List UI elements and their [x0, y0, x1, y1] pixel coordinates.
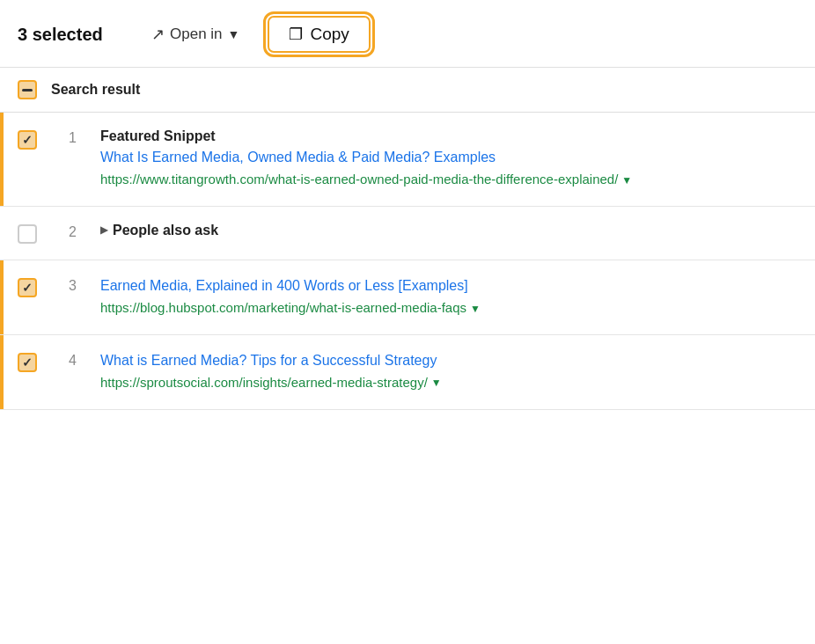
- row-1-link[interactable]: What Is Earned Media, Owned Media & Paid…: [100, 148, 797, 167]
- selected-count: 3 selected: [18, 25, 123, 45]
- row-3-link[interactable]: Earned Media, Explained in 400 Words or …: [100, 276, 797, 296]
- row-4-checkbox[interactable]: [18, 353, 37, 372]
- open-in-label: Open in: [170, 26, 223, 43]
- toolbar: 3 selected ↗ Open in ▼ ❐ Copy: [0, 0, 815, 68]
- row-1-content: Featured Snippet What Is Earned Media, O…: [100, 128, 797, 190]
- row-3-checkbox[interactable]: [18, 278, 37, 297]
- result-rows: 1 Featured Snippet What Is Earned Media,…: [0, 113, 815, 410]
- copy-icon: ❐: [289, 25, 303, 44]
- row-4-link[interactable]: What is Earned Media? Tips for a Success…: [100, 351, 797, 370]
- table-header: Search result: [0, 68, 815, 113]
- row-4-url: https://sproutsocial.com/insights/earned…: [100, 373, 797, 393]
- row-3-content: Earned Media, Explained in 400 Words or …: [100, 276, 797, 318]
- dropdown-arrow-icon[interactable]: ▼: [470, 301, 481, 317]
- minus-icon: [22, 89, 33, 91]
- row-2-title-text: People also ask: [113, 223, 218, 238]
- row-checkbox-col-3: [18, 276, 69, 297]
- row-1-url: https://www.titangrowth.com/what-is-earn…: [100, 170, 797, 190]
- table-row: 4 What is Earned Media? Tips for a Succe…: [0, 335, 815, 410]
- row-2-checkbox[interactable]: [18, 224, 37, 244]
- row-3-url: https://blog.hubspot.com/marketing/what-…: [100, 298, 797, 318]
- open-in-button[interactable]: ↗ Open in ▼: [144, 19, 246, 49]
- row-2-content: ▶ People also ask: [100, 223, 797, 238]
- row-2-title: ▶ People also ask: [100, 223, 797, 238]
- row-3-url-text: https://blog.hubspot.com/marketing/what-…: [100, 298, 466, 318]
- row-3-number: 3: [69, 276, 100, 294]
- row-checkbox-col-1: [18, 128, 69, 150]
- select-all-checkbox[interactable]: [18, 80, 37, 99]
- row-1-number: 1: [69, 128, 100, 146]
- table-row: 1 Featured Snippet What Is Earned Media,…: [0, 113, 815, 207]
- row-4-number: 4: [69, 351, 100, 369]
- row-1-checkbox[interactable]: [18, 130, 37, 150]
- open-in-icon: ↗: [151, 25, 165, 44]
- table-row: 3 Earned Media, Explained in 400 Words o…: [0, 260, 815, 335]
- dropdown-arrow-icon[interactable]: ▼: [621, 172, 632, 188]
- column-header-search-result: Search result: [51, 82, 140, 98]
- copy-button[interactable]: ❐ Copy: [268, 16, 370, 53]
- row-checkbox-col-2: [18, 223, 69, 244]
- row-checkbox-col-4: [18, 351, 69, 372]
- chevron-down-icon: ▼: [228, 27, 240, 41]
- row-1-title: Featured Snippet: [100, 128, 797, 144]
- row-4-content: What is Earned Media? Tips for a Success…: [100, 351, 797, 393]
- row-4-url-text: https://sproutsocial.com/insights/earned…: [100, 373, 428, 393]
- copy-label: Copy: [310, 25, 349, 44]
- table-row: 2 ▶ People also ask: [0, 207, 815, 260]
- triangle-icon[interactable]: ▶: [100, 224, 107, 236]
- dropdown-arrow-icon[interactable]: ▼: [431, 375, 442, 391]
- row-2-number: 2: [69, 223, 100, 240]
- row-1-url-text: https://www.titangrowth.com/what-is-earn…: [100, 170, 618, 190]
